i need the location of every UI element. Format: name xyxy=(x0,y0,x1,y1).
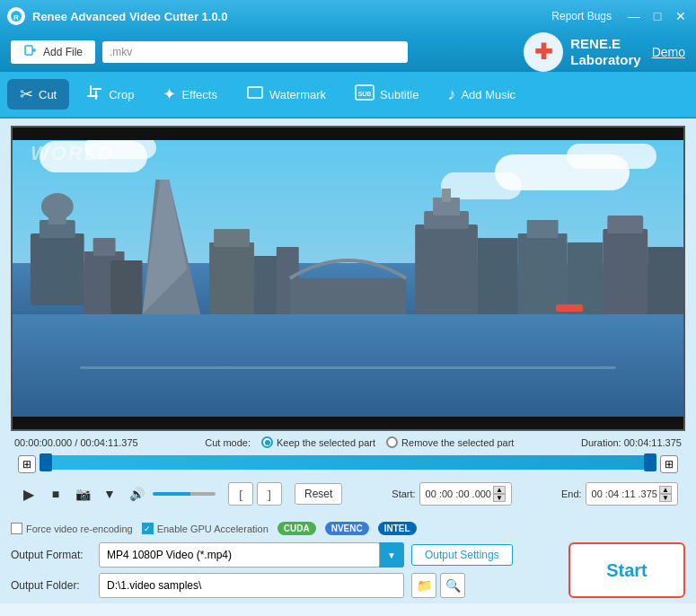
cloud-4 xyxy=(567,144,656,169)
maximize-button[interactable]: □ xyxy=(649,8,665,24)
header-bar: Add File .mkv ✚ RENE.E Laboratory Demo xyxy=(0,32,696,72)
end-time-up[interactable]: ▲ xyxy=(659,486,672,494)
timeline-end-icon[interactable]: ⊞ xyxy=(660,455,678,473)
start-button[interactable]: Start xyxy=(568,542,685,598)
svg-rect-34 xyxy=(603,229,648,314)
toolbar-effects[interactable]: ✦ Effects xyxy=(150,79,230,110)
start-time-down[interactable]: ▼ xyxy=(493,494,506,502)
logo-area: ✚ RENE.E Laboratory xyxy=(524,32,640,72)
play-button[interactable]: ▶ xyxy=(18,483,40,505)
effects-label: Effects xyxy=(181,88,217,101)
start-time-input[interactable]: 00 :00 :00 .000 ▲ ▼ xyxy=(419,482,512,506)
format-value: MP4 1080P Video (*.mp4) xyxy=(107,549,232,561)
end-time-down[interactable]: ▼ xyxy=(659,494,672,502)
logo-line1: RENE.E xyxy=(570,36,640,52)
volume-dropdown-button[interactable]: ▼ xyxy=(99,483,120,505)
video-preview: WORLD xyxy=(13,128,683,429)
crop-icon xyxy=(85,84,103,106)
rene-logo-icon: ✚ xyxy=(524,32,563,72)
svg-rect-32 xyxy=(527,220,559,238)
keep-selected-option[interactable]: Keep the selected part xyxy=(261,436,375,448)
output-format-label: Output Format: xyxy=(11,549,92,561)
start-time-label: Start: xyxy=(392,488,415,499)
end-time-value: 00 :04 :11 .375 xyxy=(592,488,657,499)
end-time-input[interactable]: 00 :04 :11 .375 ▲ ▼ xyxy=(586,482,678,506)
demo-button[interactable]: Demo xyxy=(652,45,685,59)
volume-slider[interactable] xyxy=(153,492,216,496)
force-encoding-checkbox[interactable] xyxy=(11,523,22,534)
timeline-track[interactable] xyxy=(40,455,656,470)
remove-selected-label: Remove the selected part xyxy=(401,437,514,448)
format-dropdown-button[interactable]: ▼ xyxy=(379,542,404,568)
svg-rect-30 xyxy=(478,238,518,314)
folder-path-display[interactable]: D:\1.video samples\ xyxy=(99,573,404,598)
reset-button[interactable]: Reset xyxy=(295,483,342,505)
output-settings-button[interactable]: Output Settings xyxy=(411,544,513,566)
screenshot-button[interactable]: 📷 xyxy=(72,483,93,505)
svg-rect-35 xyxy=(607,216,643,233)
add-file-button[interactable]: Add File xyxy=(11,40,95,64)
watermark-label: Watermark xyxy=(269,88,326,101)
svg-rect-26 xyxy=(415,224,478,314)
window-controls: — □ ✕ xyxy=(626,8,689,24)
search-folder-button[interactable]: 🔍 xyxy=(440,573,465,598)
output-folder-row: Output Folder: D:\1.video samples\ 📁 🔍 xyxy=(11,573,551,598)
subtitle-label: Subtitle xyxy=(380,88,418,101)
end-time-group: End: 00 :04 :11 .375 ▲ ▼ xyxy=(561,482,678,506)
force-encoding-label: Force video re-encoding xyxy=(26,524,133,534)
svg-text:SUB: SUB xyxy=(358,91,372,97)
title-bar-right: Report Bugs — □ ✕ xyxy=(551,8,689,24)
remove-selected-option[interactable]: Remove the selected part xyxy=(386,436,514,448)
timeline-right-handle[interactable] xyxy=(644,453,656,471)
gpu-acceleration-option[interactable]: Enable GPU Acceleration xyxy=(142,523,269,534)
toolbar-subtitle[interactable]: SUB Subtitle xyxy=(342,79,431,110)
intel-badge: INTEL xyxy=(378,522,417,535)
toolbar-crop[interactable]: Crop xyxy=(73,78,146,111)
effects-icon: ✦ xyxy=(163,84,176,104)
browse-folder-button[interactable]: 📁 xyxy=(411,573,436,598)
output-format-row: Output Format: MP4 1080P Video (*.mp4) ▼… xyxy=(11,542,551,568)
nvenc-badge: NVENC xyxy=(325,522,369,535)
toolbar-add-music[interactable]: ♪ Add Music xyxy=(435,80,528,110)
svg-rect-21 xyxy=(209,242,254,314)
folder-path-value: D:\1.video samples\ xyxy=(107,579,201,592)
prev-frame-button[interactable]: [ xyxy=(228,482,253,506)
format-select[interactable]: MP4 1080P Video (*.mp4) xyxy=(99,542,380,568)
crop-label: Crop xyxy=(109,88,134,101)
time-nav: [ ] xyxy=(228,482,282,506)
svg-point-15 xyxy=(41,193,74,220)
add-file-icon xyxy=(23,45,38,59)
report-bugs-link[interactable]: Report Bugs xyxy=(551,10,612,22)
toolbar-watermark[interactable]: Watermark xyxy=(233,78,339,111)
output-folder-label: Output Folder: xyxy=(11,579,92,592)
keep-selected-radio[interactable] xyxy=(261,436,273,448)
svg-rect-36 xyxy=(648,247,683,314)
svg-text:R: R xyxy=(13,13,19,22)
toolbar-cut[interactable]: ✂ Cut xyxy=(7,79,69,110)
start-time-up[interactable]: ▲ xyxy=(493,486,506,494)
timeline-left-handle[interactable] xyxy=(40,453,52,471)
time-info-bar: 00:00:00.000 / 00:04:11.375 Cut mode: Ke… xyxy=(11,431,685,453)
logo-line2: Laboratory xyxy=(570,52,640,68)
mute-button[interactable]: 🔊 xyxy=(126,483,147,505)
gpu-acceleration-checkbox[interactable] xyxy=(142,523,154,534)
bottom-main: Output Format: MP4 1080P Video (*.mp4) ▼… xyxy=(11,542,685,598)
start-time-group: Start: 00 :00 :00 .000 ▲ ▼ xyxy=(392,482,512,506)
close-button[interactable]: ✕ xyxy=(673,8,689,24)
svg-rect-5 xyxy=(90,85,92,96)
svg-rect-9 xyxy=(248,87,262,98)
file-path-display: .mkv xyxy=(102,41,408,63)
video-overlay-text: WORLD xyxy=(31,142,114,165)
remove-selected-radio[interactable] xyxy=(386,436,398,448)
folder-path-wrapper: D:\1.video samples\ xyxy=(99,573,404,598)
minimize-button[interactable]: — xyxy=(626,8,642,24)
subtitle-icon: SUB xyxy=(355,84,374,105)
toolbar: ✂ Cut Crop ✦ Effects Watermark SUB Subti… xyxy=(0,72,696,119)
start-time-spinner: ▲ ▼ xyxy=(493,486,506,502)
stop-button[interactable]: ■ xyxy=(45,483,66,505)
next-frame-button[interactable]: ] xyxy=(257,482,282,506)
cross-icon: ✚ xyxy=(534,40,552,65)
force-encoding-option[interactable]: Force video re-encoding xyxy=(11,523,133,534)
timeline-start-icon[interactable]: ⊞ xyxy=(18,455,36,473)
cuda-badge: CUDA xyxy=(278,522,316,535)
